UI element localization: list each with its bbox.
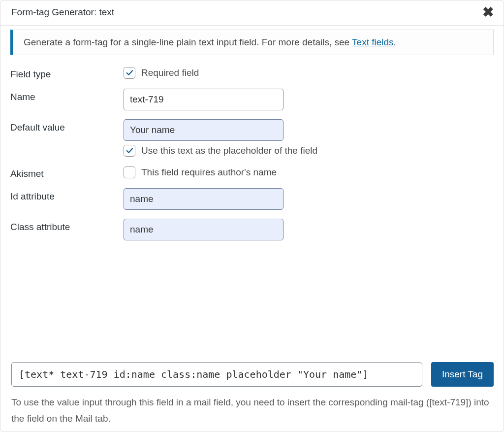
label-name: Name bbox=[10, 89, 124, 102]
required-label: Required field bbox=[141, 67, 199, 78]
check-icon bbox=[125, 68, 134, 77]
close-icon[interactable]: ✖ bbox=[479, 5, 497, 19]
dialog-title: Form-tag Generator: text bbox=[11, 7, 114, 18]
akismet-author-label: This field requires author's name bbox=[141, 167, 277, 178]
row-class-attribute: Class attribute bbox=[10, 219, 494, 240]
generated-tag-input[interactable] bbox=[11, 362, 422, 387]
required-checkbox[interactable] bbox=[124, 67, 135, 79]
hint-mail-tag: [text-719] bbox=[429, 397, 468, 407]
class-attribute-input[interactable] bbox=[124, 219, 284, 240]
row-name: Name bbox=[10, 89, 494, 110]
name-input[interactable] bbox=[124, 89, 284, 110]
insert-tag-button[interactable]: Insert Tag bbox=[431, 362, 494, 387]
label-id-attribute: Id attribute bbox=[10, 188, 124, 202]
text-fields-link[interactable]: Text fields bbox=[352, 37, 393, 47]
form-tag-generator-dialog: Form-tag Generator: text ✖ Generate a fo… bbox=[0, 0, 504, 432]
label-akismet: Akismet bbox=[10, 166, 124, 179]
check-icon bbox=[125, 146, 134, 155]
hint-before: To use the value input through this fiel… bbox=[11, 397, 429, 407]
placeholder-checkbox[interactable] bbox=[124, 145, 135, 157]
row-default-value: Default value Use this text as the place… bbox=[10, 119, 494, 157]
label-default-value: Default value bbox=[10, 119, 124, 133]
row-id-attribute: Id attribute bbox=[10, 188, 494, 210]
dialog-footer: Insert Tag To use the value input throug… bbox=[0, 353, 504, 432]
id-attribute-input[interactable] bbox=[124, 188, 284, 210]
dialog-header: Form-tag Generator: text ✖ bbox=[0, 0, 504, 26]
mail-tag-hint: To use the value input through this fiel… bbox=[11, 395, 494, 427]
intro-wrap: Generate a form-tag for a single-line pl… bbox=[0, 26, 504, 55]
intro-text: Generate a form-tag for a single-line pl… bbox=[24, 37, 352, 47]
row-akismet: Akismet This field requires author's nam… bbox=[10, 166, 494, 179]
form-body: Field type Required field Name Default v… bbox=[0, 55, 504, 353]
placeholder-label: Use this text as the placeholder of the … bbox=[141, 145, 317, 156]
intro-text-after: . bbox=[394, 37, 396, 47]
default-value-input[interactable] bbox=[124, 119, 284, 141]
row-field-type: Field type Required field bbox=[10, 66, 494, 80]
intro-banner: Generate a form-tag for a single-line pl… bbox=[10, 30, 494, 55]
label-class-attribute: Class attribute bbox=[10, 219, 124, 233]
akismet-author-checkbox[interactable] bbox=[124, 166, 135, 178]
label-field-type: Field type bbox=[10, 66, 124, 80]
